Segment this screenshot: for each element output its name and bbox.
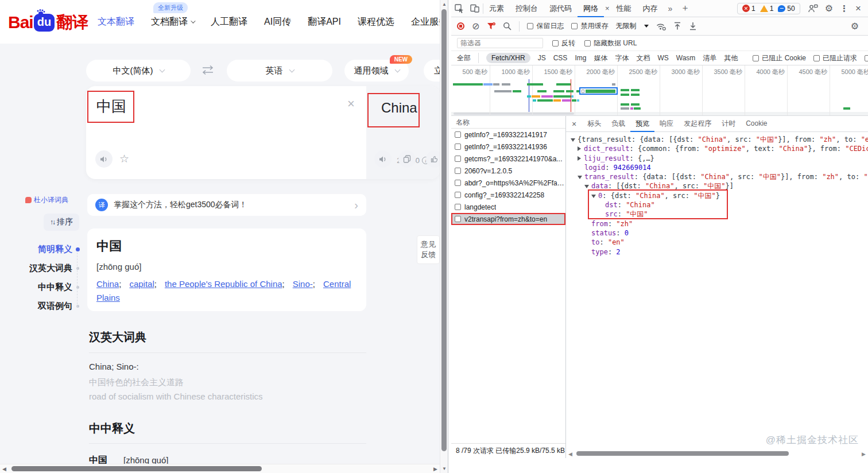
request-checkbox[interactable] bbox=[455, 156, 461, 162]
nav-item-4[interactable]: AI同传 bbox=[264, 16, 291, 28]
json-tree-line[interactable]: dst: "China" bbox=[566, 200, 868, 210]
nav-item-6[interactable]: 课程优选 bbox=[358, 16, 394, 28]
preview-json-tree[interactable]: {trans_result: {data: [{dst: "China", sr… bbox=[566, 132, 868, 458]
expand-arrow-icon[interactable] bbox=[571, 138, 575, 142]
disable-cache-checkbox[interactable]: 禁用缓存 bbox=[571, 21, 608, 31]
type-filter-清单[interactable]: 清单 bbox=[703, 53, 716, 63]
devtools-tab-元素[interactable]: 元素 bbox=[483, 0, 510, 17]
network-request-row[interactable]: v2transapi?from=zh&to=en bbox=[451, 213, 565, 225]
detail-tab-计时[interactable]: 计时 bbox=[716, 116, 741, 132]
close-icon[interactable]: × bbox=[605, 4, 610, 13]
more-options-icon[interactable]: ⋮ bbox=[840, 3, 848, 14]
detail-tab-标头[interactable]: 标头 bbox=[582, 116, 606, 132]
expand-arrow-icon[interactable] bbox=[584, 185, 589, 188]
detail-tab-Cookie[interactable]: Cookie bbox=[741, 116, 772, 132]
issues-feedback-icon[interactable] bbox=[808, 4, 818, 13]
network-request-row[interactable]: langdetect bbox=[451, 201, 565, 213]
baidu-logo[interactable]: Bai du 翻译 bbox=[8, 11, 88, 33]
favorite-star-icon[interactable]: ☆ bbox=[119, 152, 129, 165]
type-filter-JS[interactable]: JS bbox=[538, 54, 546, 62]
request-checkbox[interactable] bbox=[455, 168, 461, 174]
type-filter-Img[interactable]: Img bbox=[575, 54, 586, 62]
json-tree-line[interactable]: {trans_result: {data: [{dst: "China", sr… bbox=[566, 135, 868, 144]
invert-filter-checkbox[interactable]: 反转 bbox=[552, 38, 575, 48]
vertical-scroll-thumb[interactable] bbox=[441, 9, 447, 451]
devtools-tab-内存[interactable]: 内存 bbox=[637, 0, 664, 17]
more-tabs-icon[interactable]: » bbox=[668, 4, 673, 13]
network-request-row[interactable]: getInfo?_=1693322141936 bbox=[451, 141, 565, 153]
clear-input-icon[interactable]: × bbox=[347, 98, 355, 110]
request-checkbox[interactable] bbox=[455, 144, 461, 150]
search-icon[interactable] bbox=[503, 22, 512, 30]
swap-languages-button[interactable] bbox=[200, 65, 215, 75]
network-timeline-overview[interactable]: 500 毫秒1000 毫秒1500 毫秒2000 毫秒2500 毫秒3000 毫… bbox=[451, 65, 868, 116]
thumbs-up-button[interactable] bbox=[426, 150, 440, 168]
scroll-down-icon[interactable]: ▼ bbox=[442, 466, 447, 471]
nav-item-3[interactable]: 人工翻译 bbox=[211, 16, 247, 28]
json-tree-line[interactable]: 0: {dst: "China", src: "中国"} bbox=[566, 191, 868, 200]
sidebar-item-3[interactable]: 中中释义 bbox=[0, 278, 80, 297]
nav-item-5[interactable]: 翻译API bbox=[308, 16, 341, 28]
clear-network-log-icon[interactable]: ⊘ bbox=[472, 22, 479, 31]
json-tree-line[interactable]: status: 0 bbox=[566, 228, 868, 238]
request-checkbox[interactable] bbox=[455, 204, 461, 210]
source-text-input[interactable]: 中国 bbox=[96, 96, 126, 117]
type-filter-WS[interactable]: WS bbox=[657, 54, 668, 62]
network-request-row[interactable]: getcms?_=1693322141970&a... bbox=[451, 153, 565, 165]
nav-item-1[interactable]: 文本翻译 bbox=[98, 16, 134, 28]
add-tab-icon[interactable]: ＋ bbox=[680, 2, 689, 14]
output-speaker-button[interactable] bbox=[374, 150, 392, 168]
json-tree-line[interactable]: to: "en" bbox=[566, 238, 868, 247]
blocked-cookies-checkbox[interactable]: 已阻止 Cookie bbox=[753, 53, 806, 63]
dict-link[interactable]: the People's Republic of China bbox=[165, 279, 282, 289]
horizontal-scroll-thumb[interactable] bbox=[576, 451, 789, 456]
type-filter-Fetch/XHR[interactable]: Fetch/XHR bbox=[486, 53, 530, 63]
blocked-requests-checkbox[interactable]: 已阻止请求 bbox=[813, 53, 857, 63]
devtools-tab-控制台[interactable]: 控制台 bbox=[510, 0, 544, 17]
type-filter-Wasm[interactable]: Wasm bbox=[676, 54, 696, 62]
type-filter-字体[interactable]: 字体 bbox=[615, 53, 629, 63]
scroll-left-icon[interactable]: ◀ bbox=[2, 466, 6, 472]
close-devtools-icon[interactable]: × bbox=[855, 3, 861, 14]
hide-data-urls-checkbox[interactable]: 隐藏数据 URL bbox=[584, 38, 637, 48]
json-tree-line[interactable]: dict_result: {common: {from: "optimize",… bbox=[566, 144, 868, 153]
request-checkbox[interactable] bbox=[455, 131, 461, 138]
promo-banner[interactable]: 译 掌握这个方法，轻松get3500必备词！ › bbox=[87, 194, 366, 216]
network-request-row[interactable]: getInfo?_=1693322141917 bbox=[451, 129, 565, 141]
domain-select[interactable]: 通用领域 NEW bbox=[344, 60, 409, 82]
network-request-row[interactable]: 2060?v=1.2.0.5 bbox=[451, 165, 565, 177]
feedback-button[interactable]: 意见 反馈 bbox=[417, 235, 440, 264]
json-tree-line[interactable]: trans_result: {data: [{dst: "China", src… bbox=[566, 172, 868, 181]
sort-button[interactable]: ↑↓ 排序 bbox=[44, 214, 79, 231]
type-filter-全部[interactable]: 全部 bbox=[457, 53, 471, 63]
request-checkbox[interactable] bbox=[455, 216, 461, 222]
sidebar-item-2[interactable]: 汉英大词典 bbox=[0, 259, 80, 278]
dict-link[interactable]: capital bbox=[129, 279, 154, 289]
export-har-icon[interactable] bbox=[689, 22, 697, 30]
throttling-select[interactable]: 无限制 bbox=[615, 21, 649, 31]
page-vertical-scrollbar[interactable]: ▲ ▼ bbox=[440, 0, 448, 473]
network-conditions-icon[interactable] bbox=[656, 22, 666, 30]
record-network-log-icon[interactable] bbox=[457, 22, 464, 30]
third-party-checkbox[interactable]: 第三方请求 bbox=[865, 53, 868, 63]
devtools-tab-网络[interactable]: 网络 bbox=[578, 0, 604, 17]
scroll-right-icon[interactable]: ▶ bbox=[862, 451, 866, 457]
target-language-select[interactable]: 英语 bbox=[227, 60, 332, 82]
nav-item-2[interactable]: 文档翻译全新升级 bbox=[151, 16, 194, 28]
type-filter-CSS[interactable]: CSS bbox=[553, 54, 568, 62]
preview-horizontal-scrollbar[interactable]: ◀ ▶ bbox=[568, 450, 866, 457]
json-tree-line[interactable]: logid: 942669014 bbox=[566, 163, 868, 172]
devtools-tab-源代码[interactable]: 源代码 bbox=[544, 0, 578, 17]
settings-gear-icon[interactable]: ⚙ bbox=[825, 3, 833, 14]
scroll-right-icon[interactable]: ▶ bbox=[433, 466, 437, 472]
detail-tab-预览[interactable]: 预览 bbox=[630, 116, 654, 132]
device-toolbar-icon[interactable] bbox=[470, 4, 479, 13]
expand-arrow-icon[interactable] bbox=[578, 176, 582, 179]
scroll-left-icon[interactable]: ◀ bbox=[568, 451, 572, 457]
json-tree-line[interactable]: from: "zh" bbox=[566, 219, 868, 228]
console-status-badges[interactable]: ✕1 1 50 bbox=[737, 3, 800, 14]
dict-link[interactable]: Sino- bbox=[293, 279, 313, 289]
scroll-up-icon[interactable]: ▲ bbox=[442, 2, 447, 7]
request-checkbox[interactable] bbox=[455, 192, 461, 198]
sidebar-item-1[interactable]: 简明释义 bbox=[0, 240, 80, 259]
